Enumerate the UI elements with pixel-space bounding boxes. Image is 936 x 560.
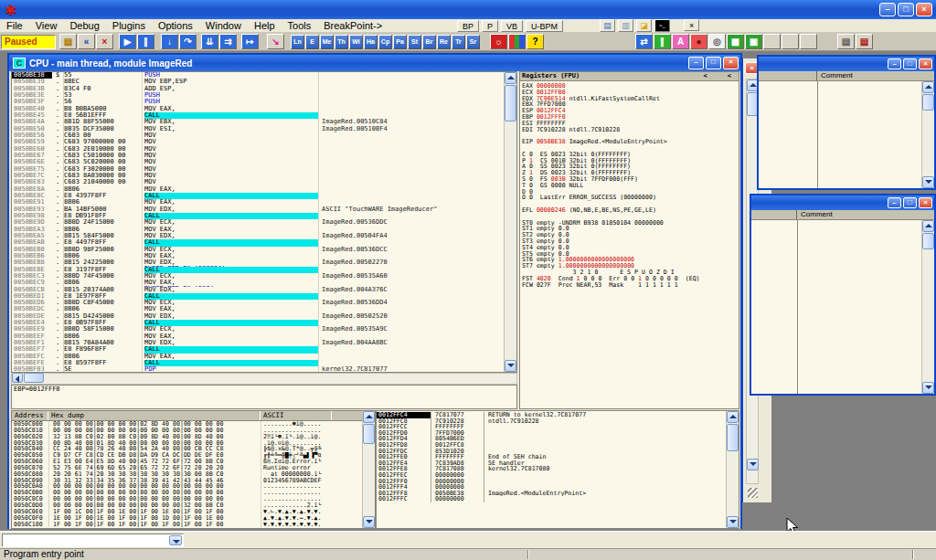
disasm-row[interactable]: 0050BEEF.8B06MOV EAX,DWORD PTR DS:[ESI] <box>12 333 504 340</box>
until-return-button[interactable]: ↦ <box>241 34 259 49</box>
register-line[interactable]: EFL 00000246 (NO,NB,E,BE,NS,PE,GE,LE) <box>522 207 739 214</box>
disasm-row[interactable]: 0050BEA3.8B06MOV EAX,DWORD PTR DS:[ESI] <box>12 227 504 233</box>
dump-row[interactable]: 0050C0C0 00 00 00 00|00 00 00 00|00 00 0… <box>12 496 362 502</box>
disasm-row[interactable]: 0050BE40.B8 B0BA5000MOV EAX,ImageRed.005… <box>12 106 504 112</box>
minimize-button[interactable]: – <box>888 58 901 69</box>
animate-over-button[interactable]: ⇉ <box>219 34 237 49</box>
horizontal-scrollbar[interactable] <box>11 373 517 385</box>
list-button[interactable]: ▤ <box>837 34 855 49</box>
help-button[interactable]: ? <box>526 34 544 49</box>
dump-row[interactable]: 0050C090 30 31 32 33|34 35 36 37|38 39 4… <box>12 478 362 484</box>
disasm-row[interactable]: 0050BEFC.8B06MOV EAX,DWORD PTR DS:[ESI] <box>12 354 504 360</box>
blank-button-3[interactable] <box>800 34 817 49</box>
cpu-title-bar[interactable]: C CPU - main thread, module ImageRed – □… <box>9 55 740 71</box>
minimize-button[interactable]: – <box>688 57 704 69</box>
disasm-row[interactable]: 0050BE67.C683 C5010000 00MOV BYTE PTR DS… <box>12 153 504 159</box>
button-p[interactable]: P <box>482 20 498 32</box>
scroll-down-icon[interactable] <box>727 516 739 528</box>
disasm-row[interactable]: 0050BE91.8B06MOV EAX,DWORD PTR DS:[ESI] <box>12 199 504 206</box>
disasm-row[interactable]: 0050BEBE.E8 3197F8FFCALL ImageRed.004955… <box>12 267 504 273</box>
console-icon[interactable]: >_ <box>654 19 670 32</box>
stack-row[interactable]: 0012FFE47C839AD8SE handler <box>377 460 726 467</box>
pane-button-wi[interactable]: Wi <box>349 35 363 49</box>
maximize-button[interactable]: □ <box>898 3 914 16</box>
stack-row[interactable]: 0012FFCCFFFFFFFF <box>377 424 726 430</box>
close-button[interactable]: × <box>919 58 932 69</box>
scrollbar[interactable] <box>504 72 516 372</box>
options-button[interactable]: ☼ <box>490 34 507 49</box>
disasm-row[interactable]: 0050BEE9.8B0D 58F15000MOV ECX,DWORD PTR … <box>12 326 504 333</box>
disasm-row[interactable]: 0050BE83.C683 21040000 00MOV BYTE PTR DS… <box>12 179 504 185</box>
disasm-row[interactable]: 0050BEC3.8B0D 74F45000MOV ECX,DWORD PTR … <box>12 273 504 280</box>
scroll-down-icon[interactable] <box>922 382 934 394</box>
disasm-row[interactable]: 0050BE39.8BECMOV EBP,ESP <box>12 79 504 85</box>
disasm-row[interactable]: 0050BEE4.E8 0B97F8FFCALL ImageRed.004955… <box>12 320 504 326</box>
step-into-button[interactable]: ↓ <box>161 34 178 49</box>
window-title-bar[interactable]: – □ × <box>759 57 934 71</box>
pane-button-re[interactable]: Re <box>437 35 451 49</box>
restart-button[interactable]: « <box>78 34 95 49</box>
notes-icon[interactable]: ▥ <box>618 19 633 32</box>
scroll-up-icon[interactable] <box>922 220 934 232</box>
assemble-button[interactable]: A <box>672 34 689 49</box>
disasm-row[interactable]: 0050BEB6.8B06MOV EAX,DWORD PTR DS:[ESI] <box>12 253 504 259</box>
pane-button-pa[interactable]: Pa <box>393 35 407 49</box>
dump-row[interactable]: 0050C020 32 13 8B C0|02 00 8B C0|00 8D 4… <box>12 434 362 440</box>
register-line[interactable]: T 0 GS 0000 NULL <box>522 183 739 189</box>
new-document-icon[interactable]: ▤ <box>600 19 615 32</box>
animate-into-button[interactable]: ⇊ <box>201 34 218 49</box>
close-button[interactable]: × <box>919 197 932 208</box>
menu-file[interactable]: File <box>0 19 29 33</box>
dump-row[interactable]: 0050C100 1F 00 1F 00|1F 00 1F 00|1F 00 1… <box>12 522 362 528</box>
menu-plugins[interactable]: Plugins <box>106 19 152 33</box>
dump-row[interactable]: 0050C0B0 00 00 00 00|00 00 00 00|00 00 0… <box>12 490 362 496</box>
scroll-down-icon[interactable] <box>922 176 934 188</box>
pause-trace-button[interactable]: ∥ <box>654 34 671 49</box>
open-file-button[interactable]: ▤ <box>59 34 77 49</box>
register-line[interactable]: FCW 027F Prec NEAR,53 Mask 1 1 1 1 1 1 <box>522 282 739 289</box>
stack-row[interactable]: 0012FFD07FFD7000 <box>377 430 726 437</box>
scroll-up-icon[interactable] <box>727 411 739 423</box>
scroll-up-icon[interactable] <box>363 411 375 423</box>
disasm-row[interactable]: 0050BEF1.8B15 70A84A00MOV EDX,DWORD PTR … <box>12 340 504 346</box>
disasm-row[interactable]: 0050BEF7.E8 F896F8FFCALL ImageRed.004955… <box>12 346 504 353</box>
pane-button-br[interactable]: Br <box>422 35 436 49</box>
dump-row[interactable]: 0050C000 00 00 00 00|00 00 00 00|02 8D 4… <box>12 421 362 428</box>
button-vb[interactable]: VB <box>501 20 523 32</box>
scroll-thumb[interactable] <box>727 424 739 451</box>
disasm-row[interactable]: 0050BE93.BA 14BF5000MOV EDX,ImageRed.005… <box>12 206 504 213</box>
dump-row[interactable]: 0050C0F0 1E 00 1F 00|1E 00 1F 00|1F 00 1… <box>12 515 362 522</box>
pane-button-ha[interactable]: Ha <box>364 35 378 49</box>
swap-button[interactable]: ⇄ <box>635 34 653 49</box>
go-to-address-button[interactable]: ↘ <box>267 34 284 49</box>
dump-row[interactable]: 0050C080 20 20 61 74|20 30 30 30|30 30 3… <box>12 471 362 478</box>
stack-row[interactable]: 0012FFF80050BE38ImageRed.<ModuleEntryPoi… <box>377 491 726 497</box>
scroll-thumb[interactable] <box>363 424 375 444</box>
disasm-row[interactable]: 0050BE6E.C683 5C020000 00MOV BYTE PTR DS… <box>12 159 504 165</box>
disasm-row[interactable]: 0050BE50.8B35 DCF35000MOV ESI,DWORD PTR … <box>12 126 504 132</box>
pane-button-th[interactable]: Th <box>335 35 348 49</box>
scroll-thumb[interactable] <box>922 94 934 111</box>
scroll-down-icon[interactable] <box>363 516 375 528</box>
scrollbar[interactable] <box>726 411 739 528</box>
stack-row[interactable]: 0012FFD80012FFC8 <box>377 442 726 449</box>
menu-debug[interactable]: Debug <box>63 19 105 33</box>
disasm-row[interactable]: 0050BEDE.8B15 D4245000MOV EDX,DWORD PTR … <box>12 313 504 320</box>
scroll-left-icon[interactable] <box>12 373 23 383</box>
menu-window[interactable]: Window <box>199 19 248 33</box>
disasm-row[interactable]: 0050BECB.8B15 20374A00MOV EDX,DWORD PTR … <box>12 287 504 293</box>
dump-row[interactable]: 0050C040 CC 24 40 00|78 26 40 00|54 2A 4… <box>12 446 362 452</box>
spiral-button[interactable]: ◎ <box>708 34 726 49</box>
dump-row[interactable]: 0050C0E0 1F 00 1C 00|1F 00 1E 00|1F 00 1… <box>12 509 362 515</box>
stack-row[interactable]: 0012FFE0FFFFFFFFEnd of SEH chain <box>377 454 726 460</box>
button-u-bpm[interactable]: U-BPM <box>526 20 563 32</box>
close-button[interactable]: × <box>916 3 932 16</box>
disasm-row[interactable]: 0050BED6.8B0D C8F45000MOV ECX,DWORD PTR … <box>12 300 504 306</box>
disasm-row[interactable]: 0050BE60.C683 2E010000 00MOV BYTE PTR DS… <box>12 146 504 153</box>
scroll-down-icon[interactable] <box>747 459 759 470</box>
pane-button-me[interactable]: Me <box>320 35 334 49</box>
scroll-up-icon[interactable] <box>922 81 934 93</box>
pane-prev-button[interactable]: < <box>704 72 707 80</box>
disasm-row[interactable]: 0050BEAB.E8 4497F8FFCALL ImageRed.004955… <box>12 239 504 246</box>
step-over-button[interactable]: ↷ <box>179 34 197 49</box>
